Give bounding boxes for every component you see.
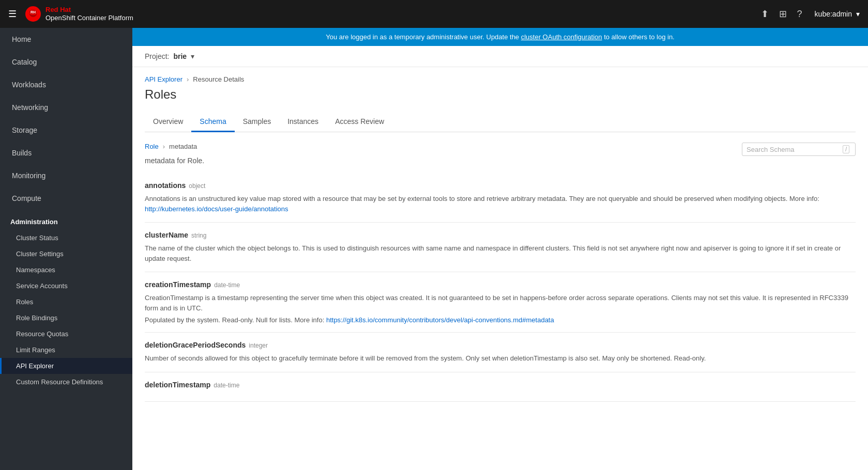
sidebar-item-home[interactable]: Home xyxy=(0,28,132,51)
sidebar-item-crd[interactable]: Custom Resource Definitions xyxy=(0,374,132,390)
creationtimestamp-link[interactable]: https://git.k8s.io/community/contributor… xyxy=(326,316,554,324)
sidebar-item-catalog[interactable]: Catalog xyxy=(0,51,132,73)
page-content: API Explorer › Resource Details Roles Ov… xyxy=(132,67,868,470)
field-type-annotations: object xyxy=(189,182,205,190)
schema-field-creationtimestamp: creationTimestamp date-time CreationTime… xyxy=(145,272,856,333)
project-label: Project: xyxy=(145,52,169,60)
schema-field-deletiongraceperiod: deletionGracePeriodSeconds integer Numbe… xyxy=(145,333,856,372)
page-title: Roles xyxy=(145,87,856,102)
grid-icon[interactable]: ⊞ xyxy=(779,8,787,20)
field-extra-creationtimestamp: Populated by the system. Read-only. Null… xyxy=(145,316,856,324)
schema-field-deletiontimestamp: deletionTimestamp date-time xyxy=(145,372,856,402)
schema-field-header: clusterName string xyxy=(145,231,856,239)
breadcrumb-link[interactable]: API Explorer xyxy=(145,75,182,83)
schema-nav-current: metadata xyxy=(169,143,197,150)
sidebar: Home Catalog Workloads Networking Storag… xyxy=(0,28,132,470)
redhat-logo-icon: RH xyxy=(25,6,41,22)
tab-overview[interactable]: Overview xyxy=(145,112,191,132)
breadcrumb: API Explorer › Resource Details xyxy=(145,75,856,83)
field-name-clustername: clusterName xyxy=(145,231,188,239)
schema-field-clustername: clusterName string The name of the clust… xyxy=(145,223,856,272)
annotations-link[interactable]: http://kubernetes.io/docs/user-guide/ann… xyxy=(145,205,288,213)
project-name: brie xyxy=(173,52,187,60)
field-name-deletiontimestamp: deletionTimestamp xyxy=(145,381,210,389)
username: kube:admin xyxy=(815,10,852,18)
field-desc-deletiongraceperiod: Number of seconds allowed for this objec… xyxy=(145,353,856,364)
hamburger-menu[interactable]: ☰ xyxy=(8,8,17,20)
schema-field-header: creationTimestamp date-time xyxy=(145,280,856,289)
field-desc-annotations: Annotations is an unstructured key value… xyxy=(145,194,856,214)
sidebar-item-builds[interactable]: Builds xyxy=(0,142,132,164)
brand-logo: RH Red Hat OpenShift Container Platform xyxy=(25,6,761,22)
tab-access-review[interactable]: Access Review xyxy=(327,112,392,132)
sidebar-item-networking[interactable]: Networking xyxy=(0,96,132,119)
nav-actions: ⬆ ⊞ ? kube:admin ▾ xyxy=(761,8,860,20)
schema-description: metadata for Role. xyxy=(145,156,204,165)
tab-instances[interactable]: Instances xyxy=(279,112,327,132)
upload-icon[interactable]: ⬆ xyxy=(761,8,769,20)
sidebar-item-cluster-status[interactable]: Cluster Status xyxy=(0,230,132,246)
schema-nav-area: Role › metadata metadata for Role. xyxy=(145,143,204,165)
svg-text:RH: RH xyxy=(31,10,36,14)
sidebar-item-role-bindings[interactable]: Role Bindings xyxy=(0,310,132,326)
field-name-annotations: annotations xyxy=(145,181,186,190)
sidebar-item-cluster-settings[interactable]: Cluster Settings xyxy=(0,246,132,262)
banner-message: You are logged in as a temporary adminis… xyxy=(326,33,521,41)
banner-message-suffix: to allow others to log in. xyxy=(604,33,675,41)
sidebar-item-limit-ranges[interactable]: Limit Ranges xyxy=(0,342,132,358)
field-type-deletiontimestamp: date-time xyxy=(214,382,239,389)
field-type-deletiongraceperiod: integer xyxy=(249,342,268,349)
field-name-creationtimestamp: creationTimestamp xyxy=(145,280,211,289)
tabs-bar: Overview Schema Samples Instances Access… xyxy=(145,112,856,132)
schema-field-header: annotations object xyxy=(145,181,856,190)
sidebar-item-workloads[interactable]: Workloads xyxy=(0,73,132,96)
schema-breadcrumb: Role › metadata xyxy=(145,143,204,150)
sidebar-item-resource-quotas[interactable]: Resource Quotas xyxy=(0,326,132,342)
field-type-creationtimestamp: date-time xyxy=(214,281,240,289)
field-desc-clustername: The name of the cluster which the object… xyxy=(145,243,856,263)
breadcrumb-separator: › xyxy=(187,75,189,83)
sidebar-item-namespaces[interactable]: Namespaces xyxy=(0,262,132,278)
project-chevron-icon[interactable]: ▾ xyxy=(191,52,194,60)
search-shortcut-key: / xyxy=(843,145,849,153)
brand-text: Red Hat OpenShift Container Platform xyxy=(45,6,133,22)
tab-schema[interactable]: Schema xyxy=(191,112,234,132)
field-type-clustername: string xyxy=(191,232,206,239)
sidebar-item-service-accounts[interactable]: Service Accounts xyxy=(0,278,132,294)
schema-nav-sep: › xyxy=(163,143,165,150)
schema-field-header: deletionTimestamp date-time xyxy=(145,381,856,389)
product-name: OpenShift Container Platform xyxy=(45,14,133,22)
schema-header-row: Role › metadata metadata for Role. / xyxy=(145,143,856,165)
sidebar-item-compute[interactable]: Compute xyxy=(0,187,132,210)
brand-name: Red Hat xyxy=(45,6,133,14)
project-bar: Project: brie ▾ xyxy=(132,46,868,67)
user-menu[interactable]: kube:admin ▾ xyxy=(813,10,860,18)
sidebar-item-api-explorer[interactable]: API Explorer xyxy=(0,358,132,374)
sidebar-item-roles[interactable]: Roles xyxy=(0,294,132,310)
user-chevron-icon: ▾ xyxy=(856,10,860,18)
breadcrumb-current: Resource Details xyxy=(193,75,244,83)
schema-field-header: deletionGracePeriodSeconds integer xyxy=(145,341,856,349)
admin-section-header: Administration xyxy=(0,210,132,230)
top-navigation: ☰ RH Red Hat OpenShift Container Platfor… xyxy=(0,0,868,28)
help-icon[interactable]: ? xyxy=(797,9,802,20)
field-name-deletiongraceperiod: deletionGracePeriodSeconds xyxy=(145,341,246,349)
content-area: You are logged in as a temporary adminis… xyxy=(132,28,868,470)
schema-search-input[interactable] xyxy=(747,146,840,153)
schema-search-box[interactable]: / xyxy=(742,143,856,156)
schema-nav-link[interactable]: Role xyxy=(145,143,159,150)
info-banner: You are logged in as a temporary adminis… xyxy=(132,28,868,46)
tab-samples[interactable]: Samples xyxy=(235,112,279,132)
schema-field-annotations: annotations object Annotations is an uns… xyxy=(145,173,856,223)
sidebar-item-storage[interactable]: Storage xyxy=(0,119,132,142)
field-desc-creationtimestamp: CreationTimestamp is a timestamp represe… xyxy=(145,293,856,313)
schema-fields: annotations object Annotations is an uns… xyxy=(145,173,856,402)
sidebar-item-monitoring[interactable]: Monitoring xyxy=(0,164,132,187)
banner-oauth-link[interactable]: cluster OAuth configuration xyxy=(521,33,602,41)
